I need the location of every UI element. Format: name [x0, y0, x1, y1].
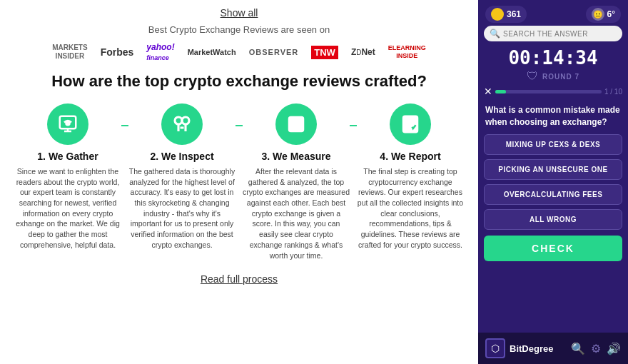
step-2-icon — [161, 103, 203, 145]
quiz-panel: 361 😐 6° 🔍 00:14:34 🛡 ROUND 7 ✕ 1 / 10 W… — [478, 0, 628, 364]
svg-point-3 — [66, 121, 70, 125]
quiz-option-3[interactable]: OVERCALCULATING FEES — [484, 184, 622, 205]
step-3: 3. We Measure After the relevant data is… — [243, 103, 350, 261]
connector-3 — [350, 125, 357, 126]
bd-footer-icons: 🔍 ⚙ 🔊 — [571, 342, 621, 355]
step-4-title: 4. We Report — [380, 151, 440, 162]
step-1-desc: Since we want to enlighten the readers a… — [14, 166, 121, 251]
main-title: How are the top crypto exchange reviews … — [51, 72, 427, 91]
settings-footer-icon[interactable]: ⚙ — [591, 342, 601, 355]
search-footer-icon[interactable]: 🔍 — [571, 342, 585, 355]
logo-observer: OBSERVER — [249, 48, 299, 56]
step-2-desc: The gathered data is thoroughly analyzed… — [128, 166, 236, 251]
step-1-title: 1. We Gather — [37, 151, 98, 162]
bits-value: 361 — [507, 9, 521, 19]
quiz-options: MIXING UP CEXS & DEXS PICKING AN UNSECUR… — [478, 134, 628, 230]
svg-point-5 — [182, 117, 189, 124]
step-2-title: 2. We Inspect — [150, 151, 213, 162]
seen-on-text: Best Crypto Exchange Reviews are seen on — [148, 24, 330, 35]
bitdegree-logo: ⬡ BitDegree — [485, 338, 553, 358]
logo-tnw: TNW — [311, 46, 338, 59]
connector-2 — [236, 125, 243, 126]
left-panel: Show all Best Crypto Exchange Reviews ar… — [0, 0, 478, 364]
quiz-option-4[interactable]: ALL WRONG — [484, 209, 622, 230]
logos-row: MARKETSINSIDER Forbes yahoo!finance Mark… — [52, 42, 426, 62]
step-1: 1. We Gather Since we want to enlighten … — [14, 103, 121, 251]
degree-badge: 😐 6° — [586, 6, 621, 23]
logo-forbes: Forbes — [101, 46, 134, 58]
degree-icon: 😐 — [592, 8, 604, 21]
step-1-icon — [47, 103, 88, 145]
logo-markets: MARKETSINSIDER — [52, 44, 87, 61]
bd-diamond-letter: ⬡ — [491, 343, 500, 354]
shield-icon: 🛡 — [527, 70, 538, 83]
quiz-option-1[interactable]: MIXING UP CEXS & DEXS — [484, 134, 622, 155]
logo-yahoo: yahoo!finance — [146, 42, 174, 62]
search-icon: 🔍 — [490, 29, 500, 39]
bd-diamond-icon: ⬡ — [485, 338, 505, 358]
show-all-link[interactable]: Show all — [221, 7, 258, 19]
connector-1 — [121, 125, 128, 126]
bd-brand-name: BitDegree — [510, 343, 553, 354]
step-2: 2. We Inspect The gathered data is thoro… — [128, 103, 236, 251]
check-button[interactable]: CHECK — [484, 236, 622, 261]
quiz-timer: 00:14:34 — [478, 46, 628, 70]
step-4: 4. We Report The final step is creating … — [357, 103, 464, 251]
quiz-option-2[interactable]: PICKING AN UNSECURE ONE — [484, 159, 622, 180]
logo-marketwatch: MarketWatch — [188, 48, 236, 56]
page-label: 1 / 10 — [604, 88, 622, 96]
quiz-header: 361 😐 6° — [478, 0, 628, 26]
sun-icon — [491, 8, 504, 21]
quiz-search-bar[interactable]: 🔍 — [484, 26, 622, 41]
search-input[interactable] — [503, 30, 617, 38]
bitdegree-footer: ⬡ BitDegree 🔍 ⚙ 🔊 — [478, 333, 628, 364]
logo-elearning: ELEARNINGINSIDE — [388, 44, 426, 60]
steps-row: 1. We Gather Since we want to enlighten … — [14, 103, 464, 261]
degree-face: 😐 — [593, 10, 603, 19]
progress-bar-container: ✕ 1 / 10 — [484, 86, 622, 97]
step-4-icon — [390, 103, 431, 145]
step-3-title: 3. We Measure — [261, 151, 330, 162]
quiz-question: What is a common mistake made when choos… — [478, 100, 628, 134]
audio-footer-icon[interactable]: 🔊 — [607, 342, 621, 355]
logo-zdnet: ZDNet — [351, 47, 375, 57]
quiz-shield-row: 🛡 ROUND 7 — [478, 70, 628, 83]
progress-fill — [495, 90, 506, 93]
read-full-link[interactable]: Read full process — [201, 273, 278, 285]
round-label: ROUND 7 — [542, 73, 579, 81]
step-3-icon — [275, 103, 317, 145]
bits-badge: 361 — [485, 6, 527, 23]
close-button[interactable]: ✕ — [484, 86, 492, 97]
progress-track — [495, 90, 602, 93]
degree-value: 6° — [607, 9, 615, 19]
step-4-desc: The final step is creating top cryptocur… — [357, 166, 464, 251]
step-3-desc: After the relevant data is gathered & an… — [243, 166, 350, 261]
